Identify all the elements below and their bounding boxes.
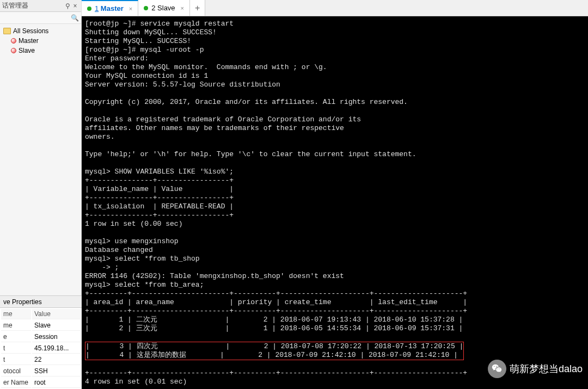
tab-slave[interactable]: 2 Slave × bbox=[138, 0, 190, 16]
property-row: eSession bbox=[1, 332, 81, 342]
pin-icon[interactable]: ⚲ bbox=[64, 2, 71, 10]
folder-icon bbox=[3, 28, 11, 34]
col-name: me bbox=[1, 309, 31, 319]
highlighted-rows: | 3 | 四次元 | 2 | 2018-07-08 17:20:22 | 20… bbox=[85, 342, 464, 360]
status-dot-icon bbox=[144, 6, 148, 10]
tab-master[interactable]: 1 Master × bbox=[82, 0, 138, 16]
tree-item-master[interactable]: Master bbox=[1, 36, 80, 46]
session-tree: All Sessions Master Slave bbox=[0, 24, 81, 58]
tab-bar: 1 Master × 2 Slave × + bbox=[82, 0, 588, 16]
status-dot-icon bbox=[87, 7, 91, 11]
panel-header: 话管理器 ⚲ × bbox=[0, 0, 81, 12]
terminal-output-after: +---------+-----------------------+-----… bbox=[85, 369, 467, 389]
close-icon[interactable]: × bbox=[71, 2, 79, 10]
tree-item-label: Slave bbox=[19, 47, 35, 54]
property-row: t22 bbox=[1, 355, 81, 365]
search-icon[interactable]: 🔍 bbox=[71, 14, 79, 22]
properties-table: me Value meSlave eSession t45.199.18... … bbox=[0, 308, 82, 389]
col-value: Value bbox=[32, 309, 81, 319]
session-icon bbox=[11, 38, 16, 44]
tab-close-icon[interactable]: × bbox=[181, 5, 184, 11]
property-row: otocolSSH bbox=[1, 366, 81, 376]
search-row: 🔍 bbox=[0, 12, 81, 24]
tree-item-label: Master bbox=[19, 37, 39, 45]
tab-close-icon[interactable]: × bbox=[129, 5, 132, 12]
tree-root[interactable]: All Sessions bbox=[1, 26, 80, 36]
tree-root-label: All Sessions bbox=[13, 27, 48, 35]
properties-panel: ve Properties me Value meSlave eSession … bbox=[0, 295, 82, 389]
terminal[interactable]: [root@jp ~]# service mysqld restart Shut… bbox=[82, 16, 588, 389]
properties-header-row: me Value bbox=[1, 309, 81, 319]
tab-add-button[interactable]: + bbox=[190, 0, 205, 16]
property-row: t45.199.18... bbox=[1, 343, 81, 354]
panel-title: 话管理器 bbox=[2, 1, 64, 10]
property-row: er Nameroot bbox=[1, 378, 81, 388]
properties-header: ve Properties bbox=[0, 296, 82, 308]
tree-item-slave[interactable]: Slave bbox=[1, 46, 80, 55]
terminal-output: [root@jp ~]# service mysqld restart Shut… bbox=[85, 20, 467, 332]
property-row: meSlave bbox=[1, 320, 81, 331]
session-icon bbox=[11, 48, 16, 53]
